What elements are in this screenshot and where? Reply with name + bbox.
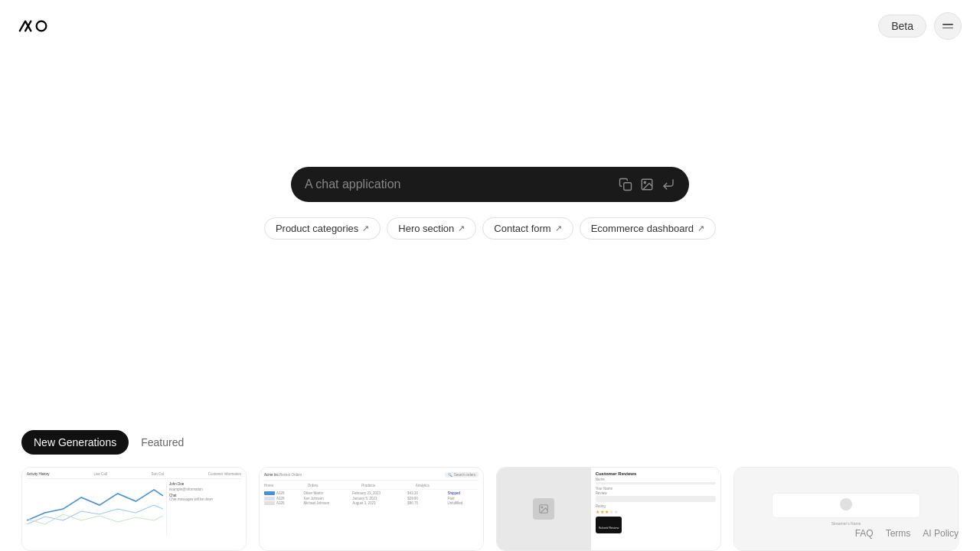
logo[interactable]: [18, 17, 49, 35]
clipboard-icon[interactable]: [619, 178, 632, 191]
search-bar: [291, 167, 689, 202]
arrow-icon-2: ↗: [555, 223, 562, 233]
svg-point-2: [644, 181, 645, 183]
search-input[interactable]: [305, 178, 611, 191]
beta-button[interactable]: Beta: [878, 15, 926, 37]
card-dashboard[interactable]: Activity History Live Call Sort Cal Cust…: [21, 467, 247, 551]
header: Beta: [0, 0, 980, 52]
submit-icon[interactable]: [662, 178, 675, 191]
card-2-inner: Acme Inc. Recent Orders 🔍 Search orders …: [260, 468, 483, 550]
card-reviews[interactable]: Customer Reviews Name Your Name Review R…: [496, 467, 721, 551]
terms-link[interactable]: Terms: [886, 528, 911, 539]
suggestion-ecommerce-dashboard[interactable]: Ecommerce dashboard ↗: [580, 217, 716, 240]
header-right: Beta: [878, 12, 962, 40]
suggestion-contact-form[interactable]: Contact form ↗: [482, 217, 573, 240]
arrow-icon-3: ↗: [697, 223, 704, 233]
cards-grid: Activity History Live Call Sort Cal Cust…: [21, 467, 959, 551]
bottom-section: New Generations Featured Activity Histor…: [0, 430, 980, 551]
svg-rect-0: [624, 182, 632, 190]
menu-button[interactable]: [934, 12, 962, 40]
suggestion-product-categories[interactable]: Product categories ↗: [264, 217, 381, 240]
svg-point-4: [541, 507, 543, 508]
tab-new-generations[interactable]: New Generations: [21, 430, 129, 455]
tab-featured[interactable]: Featured: [129, 430, 196, 455]
search-container: [291, 167, 689, 202]
tabs-row: New Generations Featured: [21, 430, 959, 455]
arrow-icon-1: ↗: [458, 223, 465, 233]
card-orders[interactable]: Acme Inc. Recent Orders 🔍 Search orders …: [259, 467, 484, 551]
ai-policy-link[interactable]: AI Policy: [923, 528, 959, 539]
card-1-inner: Activity History Live Call Sort Cal Cust…: [22, 468, 246, 550]
image-icon[interactable]: [640, 178, 654, 191]
faq-link[interactable]: FAQ: [855, 528, 874, 539]
card-1-topbar: Activity History Live Call Sort Cal Cust…: [27, 472, 241, 479]
suggestion-hero-section[interactable]: Hero section ↗: [387, 217, 476, 240]
arrow-icon-0: ↗: [362, 223, 369, 233]
search-actions: [619, 178, 675, 191]
card-2-topbar: Acme Inc. Recent Orders 🔍 Search orders: [264, 472, 479, 481]
footer-links: FAQ Terms AI Policy: [855, 528, 959, 539]
main-content: Product categories ↗ Hero section ↗ Cont…: [0, 0, 980, 360]
suggestions-row: Product categories ↗ Hero section ↗ Cont…: [264, 217, 716, 240]
card-3-inner: Customer Reviews Name Your Name Review R…: [497, 468, 720, 550]
